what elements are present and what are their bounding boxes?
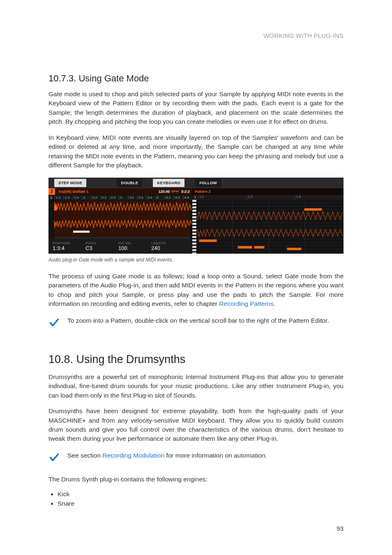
midi-note[interactable] — [304, 208, 322, 211]
ruler-tick: 3.4 — [146, 196, 155, 199]
pattern-ruler: 1 1.2 1.3 1.4 — [192, 195, 344, 200]
ruler-tick: 2.3 — [101, 196, 110, 199]
param-bar: POSITION 1:3:4 PITCH C3 FIX VEL 100 LENG… — [48, 239, 192, 253]
paragraph: The process of using Gate mode is as fol… — [48, 272, 344, 309]
ruler-tick: 2 — [82, 196, 91, 199]
ruler-tick: 1.4 — [73, 196, 82, 199]
check-icon — [48, 452, 60, 463]
link-recording-modulation[interactable]: Recording Modulation — [102, 452, 164, 459]
ruler-tick: 4.4 — [183, 196, 192, 199]
param-label: PITCH — [85, 241, 118, 245]
tip-text: To zoom into a Pattern, double-click on … — [67, 316, 344, 325]
keyboard-button[interactable]: KEYBOARD — [153, 179, 184, 187]
paragraph: Gate mode is used to chop and pitch sele… — [48, 90, 344, 127]
time-signature: 3:2:2 — [181, 190, 190, 194]
param-fixvel: FIX VEL 100 — [118, 241, 151, 251]
tip-text-post: for more information on automation. — [164, 452, 267, 459]
paragraph: The Drums Synth plug-in contains the fol… — [48, 475, 344, 484]
param-pitch: PITCH C3 — [85, 241, 118, 251]
ruler-tick: 1.3 — [247, 195, 295, 200]
param-label: LENGTH — [151, 241, 184, 245]
paragraph: Drumsynths are a powerful set of monopho… — [48, 372, 344, 400]
step-mode-button[interactable]: STEP MODE — [54, 179, 86, 187]
ruler-tick: 1.2 — [198, 195, 247, 200]
double-button[interactable]: DOUBLE — [117, 179, 142, 187]
figure-caption: Audio plug-in Gate mode with a sample an… — [48, 257, 344, 263]
paragraph-text: The process of using Gate mode is as fol… — [48, 273, 344, 307]
list-item: Snare — [58, 500, 344, 507]
section-heading-drumsynths: 10.8. Using the Drumsynths — [48, 353, 344, 366]
ruler-tick: 3 — [119, 196, 128, 199]
section-heading-gate-mode: 10.7.3. Using Gate Mode — [48, 73, 344, 84]
ruler-tick: 1.3 — [64, 196, 73, 199]
param-label: FIX VEL — [118, 241, 151, 245]
ruler-start: 1 — [192, 195, 198, 200]
gate-mode-screenshot: STEP MODE DOUBLE KEYBOARD FOLLOW 2 Arp[9… — [48, 178, 344, 254]
sample-waveform[interactable] — [48, 201, 192, 239]
ruler-tick: 1.2 — [55, 196, 64, 199]
pattern-editor-panel: Pattern 2 1 1.2 1.3 1.4 — [192, 188, 344, 254]
ruler-tick: 3.3 — [137, 196, 146, 199]
ruler-tick: 1.4 — [295, 195, 344, 200]
ruler-tick: 4.2 — [165, 196, 174, 199]
ruler-tick: 3.2 — [128, 196, 137, 199]
param-value[interactable]: C3 — [85, 245, 118, 251]
ruler-tick: 2.2 — [91, 196, 100, 199]
paragraph: In Keyboard view, MIDI note events are v… — [48, 133, 344, 170]
sound-index-badge: 2 — [48, 188, 55, 195]
midi-note[interactable] — [287, 247, 302, 250]
sample-ruler: 1 1.2 1.3 1.4 2 2.2 2.3 2.4 3 3.2 3.3 3.… — [48, 195, 192, 201]
ruler-tick: 2.4 — [110, 196, 119, 199]
ruler-tick: 4 — [156, 196, 165, 199]
midi-note[interactable] — [199, 239, 217, 242]
paragraph: Drumsynths have been designed for extrem… — [48, 407, 344, 444]
param-value[interactable]: 1:3:4 — [53, 245, 85, 251]
pattern-label: Pattern 2 — [195, 190, 211, 194]
midi-note[interactable] — [238, 246, 252, 249]
tip-text-pre: See section — [67, 452, 102, 459]
ruler-start: 1 — [48, 195, 55, 200]
engines-list: Kick Snare — [48, 490, 344, 507]
bpm-unit: BPM — [171, 190, 179, 193]
param-value[interactable]: 100 — [118, 245, 151, 251]
paragraph-text: . — [274, 300, 275, 307]
ruler-tick: 4.3 — [174, 196, 183, 199]
param-value[interactable]: 240 — [151, 245, 184, 251]
figure-toolbar: STEP MODE DOUBLE KEYBOARD FOLLOW — [48, 178, 344, 188]
follow-button[interactable]: FOLLOW — [195, 179, 221, 187]
svg-rect-17 — [73, 231, 90, 233]
check-icon — [48, 317, 60, 328]
bpm-value: 120.00 — [159, 190, 170, 194]
tip-box: See section Recording Modulation for mor… — [48, 451, 344, 463]
sample-editor-panel: 2 Arp[96] Stellate 1 120.00 BPM 3:2:2 1 … — [48, 188, 192, 254]
tip-box: To zoom into a Pattern, double-click on … — [48, 316, 344, 328]
running-header: WORKING WITH PLUG-INS — [263, 32, 344, 39]
param-label: POSITION — [53, 241, 85, 245]
param-position: POSITION 1:3:4 — [53, 241, 85, 251]
sound-name: Arp[96] Stellate 1 — [58, 190, 159, 194]
param-length: LENGTH 240 — [151, 241, 184, 251]
page-number: 93 — [337, 525, 344, 532]
midi-note[interactable] — [254, 246, 265, 249]
pattern-waveform[interactable] — [192, 200, 344, 254]
svg-rect-18 — [54, 237, 190, 239]
link-recording-patterns[interactable]: Recording Patterns — [219, 300, 274, 307]
list-item: Kick — [58, 490, 344, 498]
tip-text: See section Recording Modulation for mor… — [67, 451, 344, 460]
